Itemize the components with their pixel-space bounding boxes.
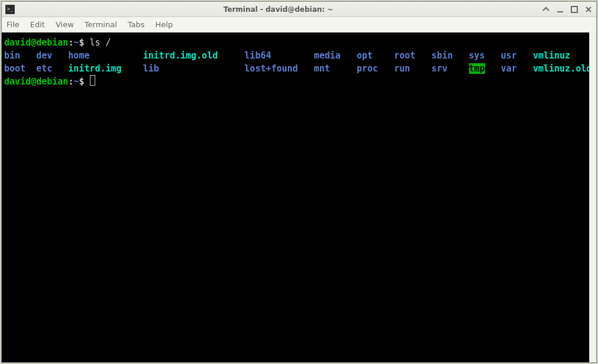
ls-cell: bin [4, 49, 36, 62]
ls-entry-boot: boot [4, 63, 25, 74]
ls-entry-initrd.img: initrd.img [68, 63, 121, 74]
minimize-button[interactable] [556, 5, 564, 14]
cursor [90, 75, 95, 86]
scrollbar[interactable] [589, 32, 596, 362]
prompt-symbol: $ [79, 37, 84, 48]
ls-cell: boot [4, 62, 36, 75]
ls-cell: lib [143, 62, 245, 75]
ls-entry-media: media [314, 50, 341, 61]
ls-entry-proc: proc [357, 63, 378, 74]
ls-cell: lib64 [244, 49, 313, 62]
ls-entry-initrd.img.old: initrd.img.old [143, 50, 218, 61]
ls-entry-opt: opt [357, 50, 373, 61]
ls-cell: usr [501, 49, 533, 62]
ls-entry-root: root [394, 50, 415, 61]
ls-entry-sys: sys [469, 50, 485, 61]
svg-rect-0 [557, 11, 563, 12]
ls-entry-lib64: lib64 [244, 50, 271, 61]
menu-edit[interactable]: Edit [30, 20, 45, 29]
ls-entry-sbin: sbin [431, 50, 452, 61]
menu-terminal[interactable]: Terminal [85, 20, 117, 29]
ls-cell: etc [36, 62, 68, 75]
ls-entry-home: home [68, 50, 89, 61]
ls-cell: proc [357, 62, 394, 75]
ls-entry-run: run [394, 63, 410, 74]
ls-entry-vmlinuz.old: vmlinuz.old [533, 63, 589, 74]
prompt-line-2: david@debian:~$ [4, 75, 587, 88]
ls-cell: dev [36, 49, 68, 62]
ls-cell: run [394, 62, 431, 75]
ls-cell: tmp [469, 62, 501, 75]
ls-entry-tmp: tmp [469, 63, 485, 74]
ls-entry-var: var [501, 63, 517, 74]
ls-cell: initrd.img.old [143, 49, 245, 62]
window-controls [542, 5, 593, 14]
ls-cell: lost+found [244, 62, 313, 75]
menu-tabs[interactable]: Tabs [128, 20, 145, 29]
ls-cell: opt [357, 49, 394, 62]
ls-entry-usr: usr [501, 50, 517, 61]
ls-cell: root [394, 49, 431, 62]
svg-rect-1 [571, 6, 577, 12]
ls-entry-etc: etc [36, 63, 52, 74]
ls-cell: sbin [431, 49, 468, 62]
window-title: Terminal - david@debian: ~ [15, 5, 542, 14]
prompt-user: david@debian [4, 37, 68, 48]
prompt-symbol: $ [79, 76, 84, 87]
ls-row-1: bootetcinitrd.imgliblost+foundmntprocrun… [4, 62, 587, 75]
terminal-app-icon: >_ [5, 5, 15, 14]
ls-entry-lost+found: lost+found [244, 63, 298, 74]
ls-cell: home [68, 49, 143, 62]
titlebar: >_ Terminal - david@debian: ~ [2, 2, 596, 17]
menu-file[interactable]: File [7, 20, 20, 29]
close-button[interactable] [584, 5, 593, 14]
ls-entry-dev: dev [36, 50, 52, 61]
menubar: File Edit View Terminal Tabs Help [2, 17, 596, 32]
prompt-line-1: david@debian:~$ ls / [4, 36, 587, 49]
command-text: ls / [90, 37, 111, 48]
ls-cell: mnt [314, 62, 357, 75]
ls-cell: vmlinuz.old [533, 62, 589, 75]
ls-entry-mnt: mnt [314, 63, 330, 74]
terminal-window: >_ Terminal - david@debian: ~ File Edit … [1, 1, 597, 363]
maximize-button[interactable] [570, 5, 578, 14]
ls-cell: var [501, 62, 533, 75]
ls-cell: media [314, 49, 357, 62]
ls-cell: initrd.img [68, 62, 143, 75]
menu-view[interactable]: View [56, 20, 74, 29]
terminal-viewport[interactable]: david@debian:~$ ls /bindevhomeinitrd.img… [2, 32, 589, 362]
ls-cell: srv [431, 62, 468, 75]
ls-entry-vmlinuz: vmlinuz [533, 50, 570, 61]
ls-cell: vmlinuz [533, 49, 589, 62]
ls-row-0: bindevhomeinitrd.img.oldlib64mediaoptroo… [4, 49, 587, 62]
menu-help[interactable]: Help [156, 20, 173, 29]
rollup-button[interactable] [542, 5, 550, 14]
terminal-frame: david@debian:~$ ls /bindevhomeinitrd.img… [2, 32, 596, 362]
prompt-user: david@debian [4, 76, 68, 87]
ls-entry-bin: bin [4, 50, 20, 61]
ls-cell: sys [469, 49, 501, 62]
ls-entry-srv: srv [431, 63, 447, 74]
ls-entry-lib: lib [143, 63, 159, 74]
